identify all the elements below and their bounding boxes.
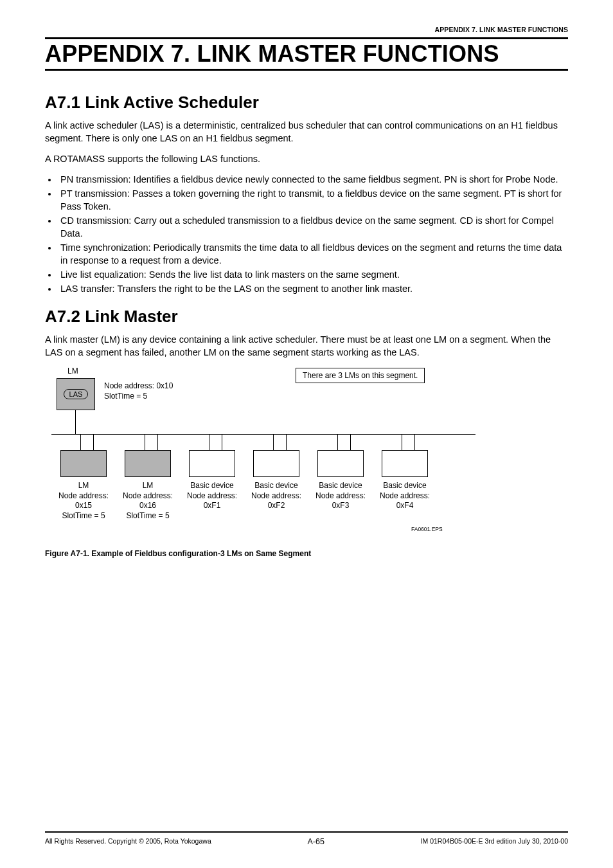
- device-caption-line: 0xF3: [332, 501, 350, 510]
- device-caption-line: Basic device: [254, 481, 298, 490]
- device-caption-line: SlotTime = 5: [62, 511, 105, 520]
- device-box-basic: [189, 450, 235, 477]
- drop-line: [209, 434, 209, 450]
- device-caption-line: Node address:: [251, 491, 301, 500]
- device-caption-line: 0x15: [75, 501, 92, 510]
- para-a71-1: A link active scheduler (LAS) is a deter…: [45, 119, 568, 145]
- drop-line: [145, 434, 145, 450]
- lm-top-label: LM: [67, 366, 78, 375]
- page-footer: All Rights Reserved. Copyright © 2005, R…: [45, 831, 568, 846]
- figure-diagram: LM LAS Node address: 0x10 SlotTime = 5 T…: [45, 366, 495, 540]
- bullet-item: Time synchronization: Periodically trans…: [58, 241, 568, 267]
- device-caption: LM Node address: 0x15 SlotTime = 5: [48, 481, 119, 521]
- footer-rule: [45, 831, 568, 833]
- running-head: APPENDIX 7. LINK MASTER FUNCTIONS: [45, 26, 568, 33]
- device-caption-line: Node address:: [58, 491, 109, 500]
- bullet-item: PT transmission: Passes a token governin…: [58, 187, 568, 213]
- device-caption-line: LM: [143, 481, 154, 490]
- device-box-lm: [60, 450, 107, 477]
- device-box-basic: [382, 450, 428, 477]
- device-caption: Basic device Node address: 0xF3: [305, 481, 376, 511]
- device-caption: Basic device Node address: 0xF2: [241, 481, 312, 511]
- device-caption-line: 0xF2: [268, 501, 285, 510]
- bullet-item: LAS transfer: Transfers the right to be …: [58, 282, 568, 295]
- device-caption-line: Basic device: [319, 481, 362, 490]
- para-a71-2: A ROTAMASS supports the following LAS fu…: [45, 152, 568, 165]
- device-caption-line: LM: [78, 481, 89, 490]
- device-caption-line: Basic device: [190, 481, 233, 490]
- drop-line: [157, 434, 158, 450]
- device-caption-line: Node address:: [315, 491, 366, 500]
- drop-line: [222, 434, 222, 450]
- device-box-basic: [317, 450, 364, 477]
- las-box: LAS: [57, 378, 95, 410]
- device-caption-line: Node address:: [187, 491, 237, 500]
- title-rule-top: [45, 37, 568, 39]
- figure-caption: Figure A7-1. Example of Fieldbus configu…: [45, 549, 568, 558]
- las-address-text: Node address: 0x10 SlotTime = 5: [104, 381, 173, 401]
- device-box-basic: [253, 450, 299, 477]
- bullet-item: PN transmission: Identifies a fieldbus d…: [58, 173, 568, 186]
- drop-line: [80, 434, 81, 450]
- las-addr-line2: SlotTime = 5: [104, 392, 147, 401]
- device-caption-line: 0xF4: [396, 501, 414, 510]
- device-caption: LM Node address: 0x16 SlotTime = 5: [112, 481, 183, 521]
- drop-line: [414, 434, 415, 450]
- bus-line: [51, 434, 475, 435]
- device-caption-line: SlotTime = 5: [126, 511, 169, 520]
- device-caption-line: Node address:: [380, 491, 430, 500]
- device-caption-line: Node address:: [123, 491, 173, 500]
- drop-line: [273, 434, 274, 450]
- appendix-title: APPENDIX 7. LINK MASTER FUNCTIONS: [45, 41, 568, 68]
- drop-line: [337, 434, 338, 450]
- drop-line: [350, 434, 351, 450]
- annotation-box: There are 3 LMs on this segment.: [296, 368, 425, 383]
- bullet-item: CD transmission: Carry out a scheduled t…: [58, 214, 568, 240]
- las-pill: LAS: [64, 389, 89, 399]
- device-caption: Basic device Node address: 0xF1: [177, 481, 247, 511]
- bullet-item: Live list equalization: Sends the live l…: [58, 268, 568, 281]
- device-box-lm: [125, 450, 171, 477]
- heading-a71: A7.1 Link Active Scheduler: [45, 93, 568, 113]
- eps-filename: FA0601.EPS: [411, 526, 443, 532]
- footer-page-number: A-65: [307, 837, 324, 846]
- footer-right: IM 01R04B05-00E-E 3rd edition July 30, 2…: [421, 837, 568, 846]
- device-caption-line: 0xF1: [204, 501, 221, 510]
- drop-line: [402, 434, 402, 450]
- device-caption-line: Basic device: [383, 481, 426, 490]
- para-a72-1: A link master (LM) is any device contain…: [45, 333, 568, 359]
- device-caption: Basic device Node address: 0xF4: [369, 481, 440, 511]
- drop-line: [93, 434, 94, 450]
- bus-stub-up: [75, 410, 76, 434]
- las-addr-line1: Node address: 0x10: [104, 381, 173, 390]
- title-rule-bottom: [45, 69, 568, 71]
- footer-left: All Rights Reserved. Copyright © 2005, R…: [45, 837, 211, 846]
- drop-line: [286, 434, 287, 450]
- device-caption-line: 0x16: [139, 501, 156, 510]
- heading-a72: A7.2 Link Master: [45, 307, 568, 327]
- bullet-list-a71: PN transmission: Identifies a fieldbus d…: [45, 173, 568, 295]
